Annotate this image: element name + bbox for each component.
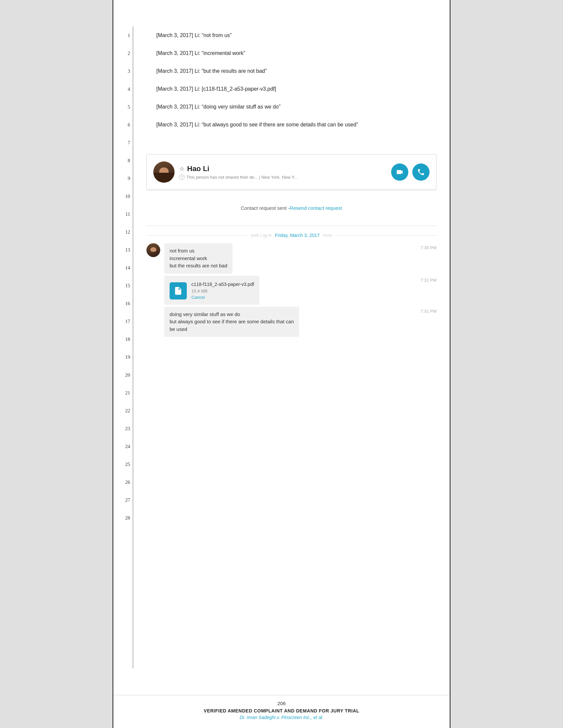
message-1-bubble: not from us incremental work but the res… [164,243,232,274]
spacer-line7 [146,134,437,152]
line-6: 6 [128,116,130,134]
bullet-item-6: [March 3, 2017] Li: “but always good to … [156,116,437,134]
line-4: 4 [128,80,130,98]
file-attachment: c118-f118_2-a53-paper-v3.pdf 15.4 MB Can… [169,281,254,301]
contact-info: ☆ Hao Li ? This person has not shared th… [179,164,391,180]
message-3-bubble: doing very similar stuff as we do but al… [164,307,299,337]
message-2-body: c118-f118_2-a53-paper-v3.pdf 15.4 MB Can… [164,276,437,305]
video-icon [396,168,404,176]
line-22: 22 [125,402,130,420]
line-17: 17 [125,312,130,330]
message-2-bubble-wrap: c118-f118_2-a53-paper-v3.pdf 15.4 MB Can… [164,276,415,305]
line-13: 13 [125,241,130,259]
line-14: 14 [125,259,130,277]
chat-message-1: not from us incremental work but the res… [146,243,437,274]
chat-section: yosh | ag.re Friday, March 3, 2017 more … [146,226,437,342]
message-1-bubble-wrap: not from us incremental work but the res… [164,243,415,274]
msg-avatar-face-1 [146,243,160,257]
line-9: 9 [128,169,130,187]
line-20: 20 [125,366,130,384]
footer-page-number: 206 [113,701,450,706]
msg1-line2: incremental work [169,255,207,261]
file-name: c118-f118_2-a53-paper-v3.pdf [191,281,254,288]
message-3-body: doing very similar stuff as we do but al… [164,307,437,337]
msg1-line3: but the results are not bad [169,263,227,268]
message-2-file-bubble: c118-f118_2-a53-paper-v3.pdf 15.4 MB Can… [164,276,259,305]
line-8: 8 [128,152,130,169]
star-icon[interactable]: ☆ [179,165,184,172]
msg3-line3: be used [169,326,187,332]
bullet-item-3: [March 3, 2017] Li: “but the results are… [156,62,437,80]
line-28: 28 [125,509,130,527]
line-2: 2 [128,44,130,62]
line-5: 5 [128,98,130,116]
line-23: 23 [125,420,130,437]
chat-date-side-left: yosh | ag.re [251,233,271,238]
message-1-body: not from us incremental work but the res… [164,243,437,274]
msg1-line1: not from us [169,248,194,253]
page-content: 1 2 3 4 5 6 7 8 9 10 11 12 13 14 15 16 1… [113,0,450,695]
line-25: 25 [125,455,130,473]
document-page: 1 2 3 4 5 6 7 8 9 10 11 12 13 14 15 16 1… [113,0,450,728]
main-content: [March 3, 2017] Li: “not from us” [March… [133,26,450,668]
line-24: 24 [125,437,130,455]
contact-subtitle-text: This person has not shared their de... |… [186,175,298,180]
message-1-time: 7:30 PM [415,243,437,250]
bullet-item-1: [March 3, 2017] Li: “not from us” [156,26,437,44]
line-numbers-column: 1 2 3 4 5 6 7 8 9 10 11 12 13 14 15 16 1… [113,26,133,668]
footer-subtitle: Dr. Iman Sadeghi v. Pinscreen Inc., et a… [113,715,450,720]
line-12: 12 [125,223,130,241]
contact-subtitle: ? This person has not shared their de...… [179,174,391,180]
contact-actions [391,163,430,181]
line-27: 27 [125,491,130,509]
contact-name-row: ☆ Hao Li [179,164,391,173]
file-info: c118-f118_2-a53-paper-v3.pdf 15.4 MB Can… [191,281,254,301]
line-3: 3 [128,62,130,80]
page-footer: 206 VERIFIED AMENDED COMPLAINT AND DEMAN… [113,695,450,728]
line-18: 18 [125,330,130,348]
phone-call-button[interactable] [412,163,430,181]
bullet-item-5: [March 3, 2017] Li: “doing very similar … [156,98,437,116]
contact-request-text: Contact request sent - [241,205,290,211]
contact-card: ☆ Hao Li ? This person has not shared th… [146,154,437,190]
line-26: 26 [125,473,130,491]
avatar-face [153,161,174,183]
msg3-line1: doing very similar stuff as we do [169,311,240,317]
file-size: 15.4 MB [191,288,254,295]
chat-message-2: c118-f118_2-a53-paper-v3.pdf 15.4 MB Can… [146,276,437,305]
chat-date-side-right: more [323,233,332,238]
bullet-list: [March 3, 2017] Li: “not from us” [March… [146,26,437,134]
chat-date-header: yosh | ag.re Friday, March 3, 2017 more [146,229,437,243]
message-3-time: 7:31 PM [415,307,437,314]
chat-message-3: doing very similar stuff as we do but al… [146,307,437,337]
footer-title: VERIFIED AMENDED COMPLAINT AND DEMAND FO… [113,708,450,713]
contact-name: Hao Li [187,164,209,173]
line-7: 7 [128,134,130,152]
line-16: 16 [125,295,130,312]
file-document-icon [173,286,183,296]
line-21: 21 [125,384,130,402]
resend-contact-request-link[interactable]: Resend contact request [290,205,342,211]
cancel-upload-link[interactable]: Cancel [191,294,254,301]
message-avatar-1 [146,243,160,257]
line-1: 1 [128,26,130,44]
bullet-item-2: [March 3, 2017] Li: “incremental work” [156,44,437,62]
file-icon-box [169,282,187,299]
line-11: 11 [125,205,130,223]
msg3-line2: but always good to see if there are some… [169,319,294,324]
bullet-item-4: [March 3, 2017] Li: [c118-f118_2-a53-pap… [156,80,437,98]
line-10: 10 [125,187,130,205]
help-icon: ? [179,174,184,180]
message-3-bubble-wrap: doing very similar stuff as we do but al… [164,307,415,337]
line-19: 19 [125,348,130,366]
contact-request-bar: Contact request sent - Resend contact re… [146,190,437,226]
contact-avatar [153,161,174,183]
phone-icon [417,168,425,176]
chat-date-label: Friday, March 3, 2017 [275,233,320,238]
line-15: 15 [125,277,130,295]
video-call-button[interactable] [391,163,408,181]
message-2-time: 7:31 PM [415,276,437,283]
